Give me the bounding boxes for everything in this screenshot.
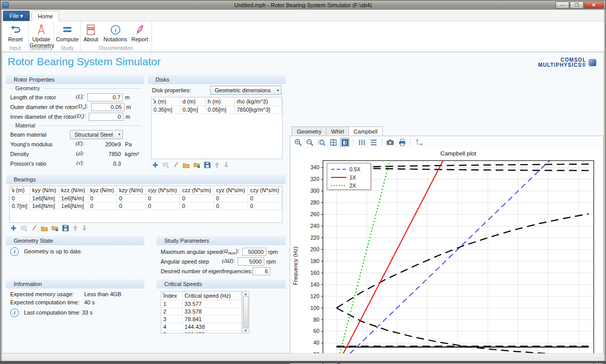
comsol-logo: COMSOLMULTIPHYSICS® <box>538 58 596 68</box>
svg-text:80: 80 <box>313 317 319 323</box>
disks-table-container: »x (m)d (m)h (m)rho (kg/m^3) 0.35[m]0.3[… <box>151 97 283 159</box>
load-file-options-icon[interactable] <box>193 162 200 168</box>
add-row-icon[interactable] <box>10 225 17 231</box>
clear-table-icon[interactable] <box>31 225 37 231</box>
save-file-icon[interactable] <box>62 225 69 231</box>
axes-labels-icon[interactable] <box>414 138 423 147</box>
zoom-out-icon[interactable] <box>305 138 314 147</box>
zoom-extents-icon[interactable] <box>329 138 338 147</box>
ribbon-group-input: Reset Input <box>2 21 29 51</box>
scroll-down-icon[interactable]: ▼ <box>244 329 247 332</box>
zoom-box-icon[interactable] <box>317 138 326 147</box>
move-up-icon[interactable] <box>72 225 78 231</box>
load-file-icon[interactable] <box>183 162 190 168</box>
status-bar <box>2 353 604 361</box>
table-row[interactable]: 0.7[m]1e6[N/m]1e6[N/m]000000 <box>10 202 282 210</box>
horizontal-grid-icon[interactable] <box>369 138 378 147</box>
length-input[interactable]: 0.7 <box>87 93 123 101</box>
column-header[interactable]: »x (m) <box>152 97 180 106</box>
column-header[interactable]: »x (m) <box>10 186 30 194</box>
table-row[interactable]: 5338.673 <box>161 330 242 333</box>
save-file-icon[interactable] <box>204 162 211 168</box>
vertical-grid-icon[interactable] <box>357 138 366 147</box>
close-button[interactable]: ✕ <box>584 2 603 9</box>
main-area: Rotor Bearing System Simulator COMSOLMUL… <box>2 52 604 353</box>
column-header[interactable]: »Index <box>161 292 182 300</box>
move-up-icon[interactable] <box>214 162 220 168</box>
column-header[interactable]: czy (N*s/m) <box>248 186 282 194</box>
compass-icon <box>30 23 53 36</box>
table-row[interactable]: 0.35[m]0.3[m]0.05[m]7850[kg/m^3] <box>152 106 282 113</box>
column-header[interactable]: rho (kg/m^3) <box>234 97 282 106</box>
image-snapshot-icon[interactable] <box>340 138 349 147</box>
table-row[interactable]: 01e6[N/m]1e6[N/m]000000 <box>10 194 282 202</box>
outer-diameter-input[interactable]: 0.05 <box>91 103 124 111</box>
poisson-row: Poisson's ratio (ν): 0.3 <box>6 159 144 168</box>
tab-campbell[interactable]: Campbell <box>348 126 382 136</box>
rotor-properties-section: Rotor Properties Geometry Length of the … <box>6 75 144 173</box>
column-header[interactable]: d (m) <box>180 97 205 106</box>
title-bar[interactable]: Untitled.mph - Rotor Bearing System Simu… <box>1 1 605 10</box>
svg-text:280: 280 <box>310 199 319 205</box>
table-row[interactable]: 378.841 <box>161 315 242 323</box>
add-row-icon[interactable] <box>152 162 159 168</box>
eigenfrequencies-input[interactable]: 6 <box>252 267 270 275</box>
tab-whirl[interactable]: Whirl <box>326 126 348 136</box>
beam-material-select[interactable]: Structural Steel▾ <box>70 130 123 139</box>
column-header[interactable]: kyz (N/m) <box>88 186 117 194</box>
column-header[interactable]: kyy (N/m) <box>30 186 59 194</box>
inner-diameter-input[interactable]: 0 <box>89 113 123 121</box>
svg-text:240: 240 <box>310 223 319 229</box>
notations-button[interactable]: i Notations <box>102 23 129 42</box>
report-button[interactable]: Report <box>130 23 150 42</box>
move-down-icon[interactable] <box>223 162 229 168</box>
geometry-subgroup: Geometry <box>6 84 144 92</box>
minimize-button[interactable]: — <box>556 2 569 9</box>
comsol-logo-icon <box>589 59 596 66</box>
scrollbar-thumb[interactable] <box>243 296 248 328</box>
campbell-plot-canvas[interactable]: 0100200300400500600700800020406080100120… <box>290 148 602 364</box>
compute-button[interactable]: Compute <box>56 23 79 42</box>
tab-geometry[interactable]: Geometry <box>292 126 326 136</box>
reset-button[interactable]: Reset <box>4 23 27 42</box>
critical-speeds-table-container: »IndexCritical speed (Hz) 133.577233.578… <box>161 291 242 333</box>
ribbon: File ▾ Home Reset Input Update Geometr <box>2 10 604 52</box>
section-title: Critical Speeds <box>157 279 286 289</box>
file-menu-button[interactable]: File ▾ <box>3 11 30 21</box>
update-geometry-button[interactable]: Update Geometry <box>30 23 53 48</box>
delete-row-icon[interactable] <box>162 162 169 168</box>
column-header[interactable]: h (m) <box>206 97 235 106</box>
scroll-up-icon[interactable]: ▲ <box>244 292 247 296</box>
about-button[interactable]: PDF About <box>81 23 101 42</box>
tab-home[interactable]: Home <box>32 11 59 22</box>
print-icon[interactable] <box>397 138 407 147</box>
table-row[interactable]: 4144.438 <box>161 323 242 330</box>
graphics-toolbar <box>290 136 603 148</box>
max-angular-speed-input[interactable]: 50000 <box>242 248 266 256</box>
disk-properties-select[interactable]: Geometric dimensions▾ <box>210 86 282 95</box>
ribbon-group-study: Compute Study <box>54 21 81 51</box>
clear-table-icon[interactable] <box>172 162 179 168</box>
column-header[interactable]: czz (N*s/m) <box>180 186 214 194</box>
load-file-icon[interactable] <box>41 225 48 231</box>
column-header[interactable]: cyy (N*s/m) <box>146 186 180 194</box>
table-row[interactable]: 233.578 <box>161 307 242 315</box>
section-title: Disks <box>148 75 286 84</box>
table-row[interactable]: 133.577 <box>161 300 242 307</box>
y-axis-label: Frequency (Hz) <box>292 247 298 285</box>
column-header[interactable]: kzy (N/m) <box>117 186 146 194</box>
move-down-icon[interactable] <box>82 225 87 231</box>
ribbon-group-documentation: PDF About i Notations Report Document <box>81 21 152 51</box>
column-header[interactable]: cyz (N*s/m) <box>214 186 248 194</box>
camera-icon[interactable] <box>386 138 395 147</box>
angular-speed-step-input[interactable]: 5000 <box>238 257 264 266</box>
critical-speeds-scrollbar[interactable]: ▲ ▼ <box>242 291 249 333</box>
maximize-button[interactable]: ❐ <box>570 2 584 9</box>
density-value: 7850 <box>87 151 123 157</box>
material-subgroup: Material <box>6 121 144 129</box>
column-header[interactable]: kzz (N/m) <box>59 186 88 194</box>
column-header[interactable]: Critical speed (Hz) <box>182 292 241 300</box>
delete-row-icon[interactable] <box>20 225 27 231</box>
zoom-in-icon[interactable] <box>293 138 302 147</box>
load-file-options-icon[interactable] <box>52 225 59 231</box>
